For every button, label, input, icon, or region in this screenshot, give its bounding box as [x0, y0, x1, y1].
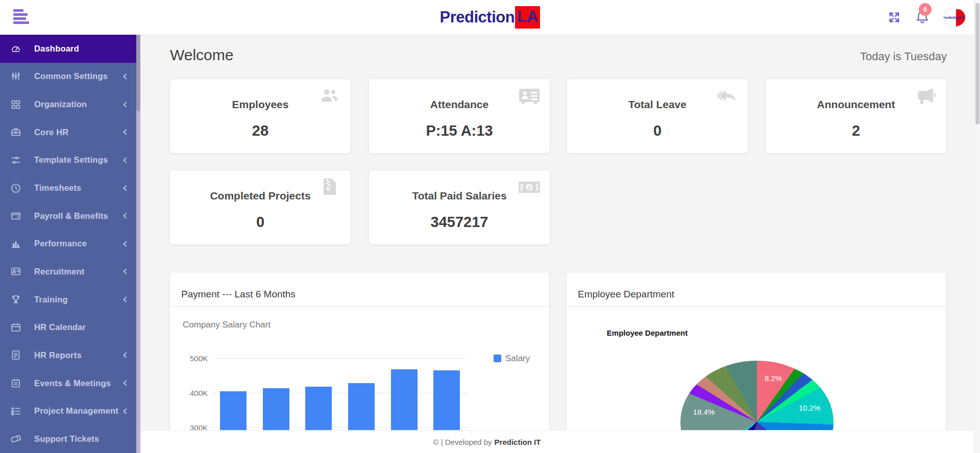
sidebar-item-template-settings[interactable]: Template Settings	[0, 146, 136, 174]
pie-slice-label: 8.2%	[765, 374, 782, 383]
salary-chart-title: Company Salary Chart	[183, 320, 271, 330]
sidebar-item-label: Dashboard	[34, 44, 123, 54]
page-scrollbar-thumb[interactable]	[975, 3, 979, 124]
briefcase-icon	[10, 127, 21, 138]
y-axis-tick: 400K	[185, 389, 208, 397]
avatar-text: PredictionLA	[943, 16, 965, 19]
sidebar-item-label: Template Settings	[34, 155, 124, 165]
salary-bar	[433, 370, 460, 430]
stat-card-value: 28	[170, 122, 351, 139]
sidebar-item-recruitment[interactable]: Recruitment	[0, 258, 136, 286]
sidebar-item-label: Recruitment	[34, 267, 124, 276]
tachometer-icon	[10, 43, 21, 54]
footer: © | Developed by Prediction IT	[0, 430, 974, 453]
ticket-icon	[10, 433, 21, 444]
chart-bar-icon	[10, 238, 21, 249]
department-chart-card: Employee Department Employee Department …	[567, 272, 946, 430]
sidebar-item-support-tickets[interactable]: Support Tickets	[0, 425, 136, 453]
sidebar-item-label: Project Management	[34, 406, 124, 416]
pie-chart-title: Employee Department	[571, 329, 724, 337]
gridline	[212, 427, 468, 428]
chevron-left-icon	[123, 73, 129, 79]
fullscreen-icon[interactable]	[887, 10, 901, 24]
user-avatar-logo[interactable]: PredictionLA	[943, 8, 966, 27]
sidebar-item-label: Events & Meetings	[34, 379, 124, 388]
stat-card-label: Attendance	[369, 98, 550, 111]
stat-card-attendance[interactable]: AttendanceP:15 A:13	[369, 79, 550, 153]
legend-swatch	[494, 355, 501, 362]
sidebar-item-events-meetings[interactable]: Events & Meetings	[0, 369, 136, 397]
sidebar-item-label: Organization	[34, 99, 124, 109]
sidebar-item-label: HR Calendar	[34, 322, 123, 332]
chevron-left-icon	[123, 296, 129, 302]
sidebar-item-core-hr[interactable]: Core HR	[0, 118, 136, 146]
salary-card-title: Payment --- Last 6 Months	[181, 289, 296, 300]
grid-icon	[10, 99, 21, 110]
file-lines-icon	[10, 349, 21, 361]
footer-brand-link[interactable]: Prediction IT	[495, 438, 541, 446]
sidebar-item-common-settings[interactable]: Common Settings	[0, 63, 136, 91]
today-label: Today is Tuesday	[860, 50, 947, 63]
notification-badge: 0	[919, 3, 932, 16]
calendar-icon	[10, 322, 21, 333]
chevron-left-icon	[123, 408, 129, 414]
salary-chart-card: Payment --- Last 6 Months Company Salary…	[170, 272, 549, 430]
sidebar-item-timesheets[interactable]: Timesheets	[0, 174, 136, 202]
sidebar-item-label: Performance	[34, 239, 124, 248]
sidebar-item-payroll-benefits[interactable]: Payroll & Benefits	[0, 202, 136, 230]
clipboard-icon	[10, 377, 21, 389]
sidebar-scrollbar-thumb[interactable]	[136, 35, 140, 111]
sidebar-item-label: Common Settings	[34, 71, 124, 81]
salary-bar	[348, 383, 375, 430]
sidebar-scrollbar[interactable]	[136, 35, 140, 453]
sidebar-item-performance[interactable]: Performance	[0, 230, 136, 258]
sidebar-item-organization[interactable]: Organization	[0, 90, 136, 118]
chevron-left-icon	[123, 157, 129, 163]
sidebar-item-label: Support Tickets	[34, 434, 123, 444]
stat-card-completed-projects[interactable]: Completed Projects0	[170, 170, 351, 244]
clock-icon	[10, 183, 21, 194]
sidebar-item-dashboard[interactable]: Dashboard	[0, 35, 136, 63]
y-axis-tick: 300K	[185, 423, 208, 431]
stat-card-label: Announcement	[766, 98, 946, 111]
app-root: Prediction LA 0 PredictionLA	[0, 0, 980, 453]
salary-bar	[305, 387, 332, 430]
stat-card-label: Employees	[170, 98, 351, 111]
stat-card-label: Total Leave	[567, 98, 748, 111]
chevron-left-icon	[123, 130, 129, 135]
stat-card-value: 3457217	[369, 214, 550, 231]
stat-card-label: Total Paid Salaries	[369, 190, 550, 202]
brand-logo[interactable]: Prediction LA	[0, 0, 980, 35]
stat-card-total-paid-salaries[interactable]: Total Paid Salaries3457217	[369, 170, 550, 244]
chevron-left-icon	[123, 241, 129, 246]
sidebar-item-hr-reports[interactable]: HR Reports	[0, 341, 136, 369]
trophy-icon	[10, 294, 21, 305]
chevron-left-icon	[123, 269, 129, 274]
sidebar-item-hr-calendar[interactable]: HR Calendar	[0, 313, 136, 341]
sliders-h-icon	[10, 155, 21, 166]
sidebar-item-label: HR Reports	[34, 350, 124, 360]
sidebar-item-training[interactable]: Training	[0, 286, 136, 314]
sidebar-item-label: Timesheets	[34, 183, 124, 193]
chevron-left-icon	[123, 213, 129, 218]
tasks-icon	[10, 406, 21, 417]
sidebar-item-project-management[interactable]: Project Management	[0, 397, 136, 425]
sidebar-item-label: Core HR	[34, 128, 124, 137]
stat-card-employees[interactable]: Employees28	[170, 79, 351, 153]
chevron-left-icon	[123, 380, 129, 386]
sliders-v-icon	[10, 71, 21, 82]
stat-card-announcement[interactable]: Announcement2	[766, 79, 946, 153]
page-scrollbar[interactable]	[974, 0, 980, 453]
chevron-left-icon	[123, 185, 129, 191]
chevron-left-icon	[123, 102, 129, 107]
salary-bar	[220, 391, 247, 430]
stat-card-total-leave[interactable]: Total Leave0	[567, 79, 748, 153]
salary-bar	[391, 369, 418, 430]
page-title: Welcome	[170, 46, 233, 64]
notifications-button[interactable]: 0	[915, 9, 930, 30]
stat-card-label: Completed Projects	[170, 190, 351, 202]
gridline	[212, 358, 468, 359]
main-content: Welcome Today is Tuesday Employees28Atte…	[140, 35, 974, 453]
stat-card-value: 0	[170, 214, 351, 231]
gridline	[212, 393, 468, 393]
